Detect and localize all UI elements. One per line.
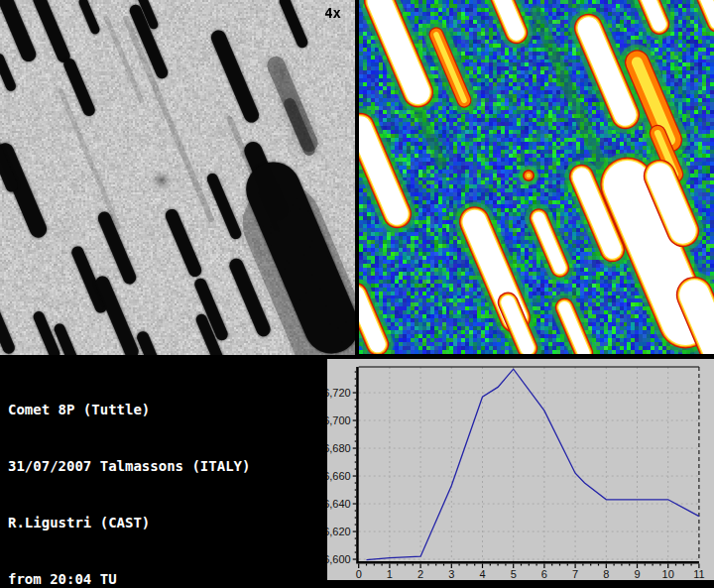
svg-text:6,640: 6,640 bbox=[327, 498, 351, 510]
svg-text:3: 3 bbox=[448, 568, 454, 580]
svg-text:6: 6 bbox=[541, 568, 547, 580]
svg-text:6,600: 6,600 bbox=[327, 553, 351, 565]
info-line-target: Comet 8P (Tuttle) bbox=[8, 401, 327, 419]
info-line-observer: R.Ligustri (CAST) bbox=[8, 514, 327, 532]
svg-text:7: 7 bbox=[572, 568, 578, 580]
screenshot-root: { "panels": { "grayscale": { "zoom_label… bbox=[0, 0, 714, 588]
svg-text:11: 11 bbox=[693, 568, 704, 580]
svg-text:10: 10 bbox=[662, 568, 674, 580]
svg-text:0: 0 bbox=[356, 568, 362, 580]
svg-text:8: 8 bbox=[603, 568, 609, 580]
grayscale-comet-image bbox=[0, 0, 355, 355]
info-line-time: from 20:04 TU bbox=[8, 570, 327, 588]
zoom-factor-label: 4x bbox=[324, 5, 341, 21]
profile-chart-panel: 012345678910116,6006,6206,6406,6606,6806… bbox=[327, 359, 714, 588]
svg-text:1: 1 bbox=[387, 568, 393, 580]
falsecolor-comet-image bbox=[359, 0, 714, 354]
grayscale-image-panel: 4x bbox=[0, 0, 355, 355]
svg-text:5: 5 bbox=[511, 568, 517, 580]
svg-text:2: 2 bbox=[417, 568, 423, 580]
info-line-date-site: 31/07/2007 Talmassons (ITALY) bbox=[8, 457, 327, 476]
svg-text:6,680: 6,680 bbox=[327, 442, 351, 454]
profile-chart: 012345678910116,6006,6206,6406,6606,6806… bbox=[327, 359, 714, 588]
svg-text:9: 9 bbox=[634, 568, 640, 580]
svg-text:6,660: 6,660 bbox=[327, 470, 351, 482]
svg-text:4: 4 bbox=[479, 568, 485, 580]
svg-text:6,620: 6,620 bbox=[327, 526, 351, 537]
falsecolor-image-panel bbox=[359, 0, 714, 354]
svg-text:6,700: 6,700 bbox=[327, 414, 351, 426]
observation-info-panel: Comet 8P (Tuttle) 31/07/2007 Talmassons … bbox=[0, 355, 327, 588]
svg-text:6,720: 6,720 bbox=[327, 387, 351, 399]
